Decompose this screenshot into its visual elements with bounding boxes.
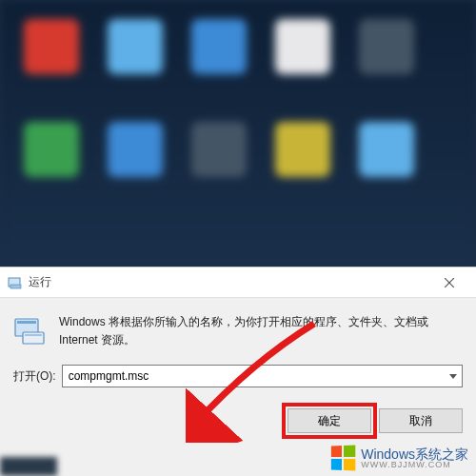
taskbar-fragment: [0, 457, 57, 476]
desktop-icon: [24, 122, 79, 177]
dialog-description: Windows 将根据你所输入的名称，为你打开相应的程序、文件夹、文档或 Int…: [59, 313, 463, 349]
open-combobox[interactable]: [62, 365, 463, 387]
desktop-icon: [191, 122, 247, 177]
desktop-icon: [24, 19, 79, 74]
cancel-button[interactable]: 取消: [379, 408, 463, 433]
svg-rect-5: [17, 321, 36, 324]
button-row: 确定 取消: [0, 399, 476, 443]
desktop-icon: [359, 122, 414, 177]
svg-rect-7: [25, 334, 42, 336]
run-dialog: 运行 Windows 将根据你所输入的名称，为你打开相应的程序、文件夹、文档或 …: [0, 267, 476, 476]
dialog-body: Windows 将根据你所输入的名称，为你打开相应的程序、文件夹、文档或 Int…: [0, 298, 476, 359]
desktop-icon: [108, 122, 163, 177]
desktop-background: [0, 0, 476, 267]
desktop-icon: [359, 19, 414, 74]
desktop-icon: [275, 19, 330, 74]
run-dialog-icon: [8, 275, 23, 290]
dialog-title: 运行: [29, 274, 430, 290]
open-label: 打开(O):: [13, 368, 56, 385]
desktop-icon: [108, 19, 163, 74]
titlebar: 运行: [0, 268, 476, 298]
watermark-title: Windows系统之家: [361, 447, 468, 461]
run-program-icon: [13, 313, 48, 347]
svg-rect-6: [23, 332, 44, 344]
watermark: Windows系统之家 WWW.BJJMW.COM: [330, 446, 468, 470]
watermark-url: WWW.BJJMW.COM: [361, 461, 468, 469]
chevron-down-icon[interactable]: [445, 366, 462, 387]
svg-rect-1: [10, 285, 21, 288]
ok-button[interactable]: 确定: [288, 408, 371, 433]
open-input[interactable]: [63, 369, 445, 383]
desktop-icon: [191, 19, 247, 74]
close-button[interactable]: [430, 269, 468, 296]
open-row: 打开(O):: [0, 359, 476, 399]
windows-logo-icon: [331, 445, 355, 470]
desktop-icon: [275, 122, 330, 177]
